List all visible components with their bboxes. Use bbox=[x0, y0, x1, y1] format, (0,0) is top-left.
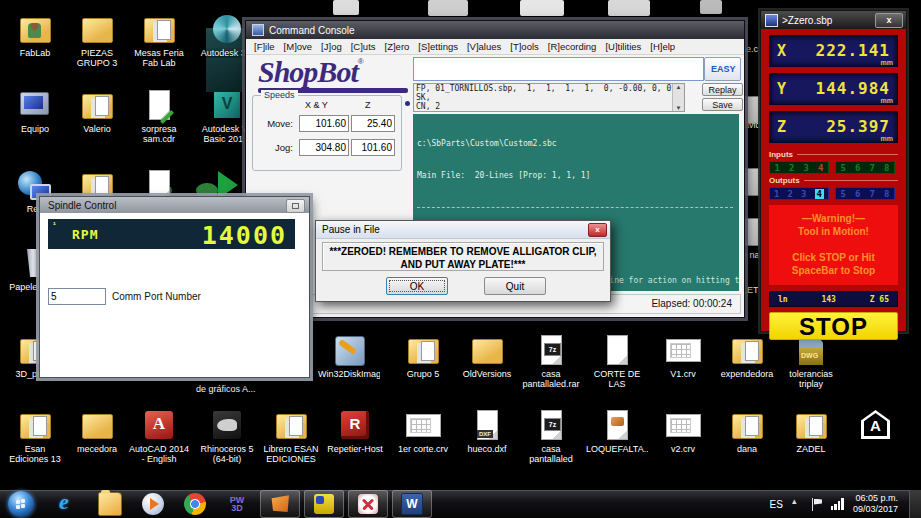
terminal-file-path: c:\SbParts\Custom\Custom2.sbc bbox=[417, 139, 739, 150]
desktop-icon[interactable]: hueco.dxf bbox=[456, 408, 518, 454]
desktop-icon[interactable]: mecedora bbox=[66, 408, 128, 454]
menu-item[interactable]: [J]og bbox=[321, 41, 342, 52]
jog-z-input[interactable] bbox=[351, 139, 395, 156]
pw3d-app-icon[interactable]: PW 3D bbox=[226, 493, 248, 515]
desktop-icon[interactable]: Librero ESAN EDICIONES bbox=[260, 408, 322, 464]
move-z-input[interactable] bbox=[351, 115, 395, 132]
desktop-icon[interactable]: CORTE DE LAS CAJASGRUPO7... bbox=[586, 333, 648, 390]
desktop-icon[interactable]: dana bbox=[716, 408, 778, 454]
menu-item[interactable]: [S]ettings bbox=[418, 41, 458, 52]
desktop-icon[interactable]: Grupo 5 bbox=[392, 333, 454, 379]
desktop-icon[interactable]: v2.crv bbox=[652, 408, 714, 454]
pw3d-text-bottom: 3D bbox=[231, 504, 243, 512]
axis-letter: Z bbox=[777, 118, 786, 136]
menu-item[interactable]: [M]ove bbox=[284, 41, 313, 52]
system-tray: ES 06:05 p.m. 09/03/2017 bbox=[770, 490, 921, 518]
menu-item[interactable]: [F]ile bbox=[254, 41, 275, 52]
action-center-flag-icon[interactable] bbox=[811, 498, 822, 511]
desktop-icon[interactable]: Win32DiskImager bbox=[318, 333, 380, 379]
replay-button[interactable]: Replay bbox=[702, 83, 743, 96]
desktop-icon[interactable]: casa pantallaled (1).rar bbox=[520, 408, 582, 465]
desktop-icon-label: dana bbox=[716, 444, 778, 454]
desktop-icon[interactable]: Valerio bbox=[66, 88, 128, 134]
output-digit: 6 bbox=[855, 189, 860, 199]
pause-dialog-titlebar[interactable]: Pause in File bbox=[316, 221, 610, 239]
desktop-icon-label: Mesas Feria Fab Lab bbox=[128, 48, 190, 68]
jog-label: Jog: bbox=[257, 142, 293, 153]
menu-item[interactable]: [C]uts bbox=[351, 41, 376, 52]
desktop-icon[interactable]: tolerancias triplay 15.5.dwg bbox=[780, 333, 842, 390]
history-scrollbar[interactable] bbox=[672, 84, 684, 111]
blurred-window-remnant bbox=[333, 0, 359, 15]
desktop-icon-glyph bbox=[404, 333, 442, 367]
tool-in-motion-warning: —Warning!—Tool in Motion!Click STOP or H… bbox=[769, 205, 898, 285]
desktop-icon[interactable]: LOQUEFALTA.... bbox=[586, 408, 648, 454]
menu-item[interactable]: [Z]ero bbox=[385, 41, 410, 52]
comm-port-input[interactable] bbox=[48, 288, 106, 305]
jog-xy-input[interactable] bbox=[299, 139, 349, 156]
desktop-icon-glyph bbox=[598, 408, 636, 442]
command-history-list[interactable]: FP, 01_TORNILLOS.sbp, 1, 1, 1, 1, 0, -0.… bbox=[413, 83, 685, 112]
desktop-icon-label: 1er corte.crv bbox=[392, 444, 454, 454]
clock[interactable]: 06:05 p.m. 09/03/2017 bbox=[853, 493, 900, 515]
desktop-icon-glyph bbox=[664, 408, 702, 442]
ok-button[interactable]: OK bbox=[386, 277, 448, 295]
console-titlebar[interactable]: Command Console bbox=[246, 21, 744, 39]
move-xy-input[interactable] bbox=[299, 115, 349, 132]
tray-expand-icon[interactable] bbox=[792, 499, 802, 509]
blurred-window-remnant bbox=[428, 0, 468, 16]
chrome-icon[interactable] bbox=[184, 493, 206, 515]
show-desktop-button[interactable] bbox=[909, 490, 921, 518]
desktop-icon[interactable]: Equipo bbox=[4, 88, 66, 134]
menu-item[interactable]: [R]ecording bbox=[548, 41, 597, 52]
spindle-close-button[interactable] bbox=[286, 199, 305, 213]
language-indicator[interactable]: ES bbox=[770, 499, 783, 510]
windows-explorer-icon[interactable] bbox=[98, 492, 122, 516]
internet-explorer-icon[interactable] bbox=[56, 493, 78, 515]
desktop-icon[interactable]: 1er corte.crv bbox=[392, 408, 454, 454]
output-digit: 2 bbox=[788, 189, 793, 199]
taskbar-button-vcarve[interactable] bbox=[260, 490, 300, 518]
desktop-icon[interactable]: V1.crv bbox=[652, 333, 714, 379]
outputs-indicator-5-8: 5678 bbox=[835, 187, 895, 200]
start-button[interactable] bbox=[8, 491, 34, 517]
taskbar-button-shopbot[interactable] bbox=[304, 490, 344, 518]
taskbar-button-snipping[interactable] bbox=[348, 490, 388, 518]
desktop-icon[interactable]: sorpresa sam.cdr bbox=[128, 88, 190, 144]
save-button[interactable]: Save bbox=[702, 98, 743, 111]
easy-button[interactable]: EASY bbox=[704, 57, 741, 81]
desktop-icon[interactable]: casa pantallaled.rar bbox=[520, 333, 582, 389]
command-input[interactable] bbox=[413, 57, 704, 81]
desktop-icon[interactable]: FabLab bbox=[4, 12, 66, 58]
desktop-icon[interactable]: Rhinoceros 5 (64-bit) bbox=[196, 408, 258, 464]
input-digit: 8 bbox=[884, 163, 889, 173]
desktop-icon[interactable]: Repetier-Host bbox=[324, 408, 386, 454]
menu-item[interactable]: [T]ools bbox=[510, 41, 539, 52]
pause-dialog-close-icon[interactable]: x bbox=[588, 223, 607, 237]
partial-icon-label: avid bbox=[744, 120, 761, 130]
desktop-icon[interactable]: OldVersions bbox=[456, 333, 518, 379]
desktop-icon[interactable]: AutoCAD 2014 - English bbox=[128, 408, 190, 464]
input-digit: 6 bbox=[855, 163, 860, 173]
desktop-icon-label: v2.crv bbox=[652, 444, 714, 454]
network-signal-icon[interactable] bbox=[831, 498, 844, 510]
blurred-window-remnant bbox=[700, 0, 722, 14]
desktop-icon-label: PIEZAS GRUPO 3 COMEDOR PA... bbox=[66, 48, 128, 69]
desktop-icon[interactable]: ZADEL bbox=[780, 408, 842, 454]
tray-date: 09/03/2017 bbox=[853, 504, 898, 515]
taskbar-button-word[interactable] bbox=[392, 490, 432, 518]
menu-item[interactable]: [U]tilities bbox=[605, 41, 641, 52]
desktop-icon[interactable] bbox=[844, 408, 906, 444]
desktop-icon[interactable]: Mesas Feria Fab Lab bbox=[128, 12, 190, 68]
position-close-icon[interactable]: x bbox=[875, 13, 903, 28]
media-player-icon[interactable] bbox=[142, 493, 164, 515]
desktop-icon[interactable]: Esan Ediciones 13 setiembre bbox=[4, 408, 66, 465]
stop-button[interactable]: STOP bbox=[769, 312, 898, 340]
menu-item[interactable]: [H]elp bbox=[650, 41, 675, 52]
spindle-titlebar[interactable]: Spindle Control bbox=[40, 197, 309, 213]
axis-unit: mm bbox=[881, 97, 893, 104]
quit-button[interactable]: Quit bbox=[484, 277, 546, 295]
menu-item[interactable]: [V]alues bbox=[467, 41, 501, 52]
desktop-icon[interactable]: PIEZAS GRUPO 3 COMEDOR PA... bbox=[66, 12, 128, 69]
pause-dialog-title: Pause in File bbox=[322, 224, 380, 235]
